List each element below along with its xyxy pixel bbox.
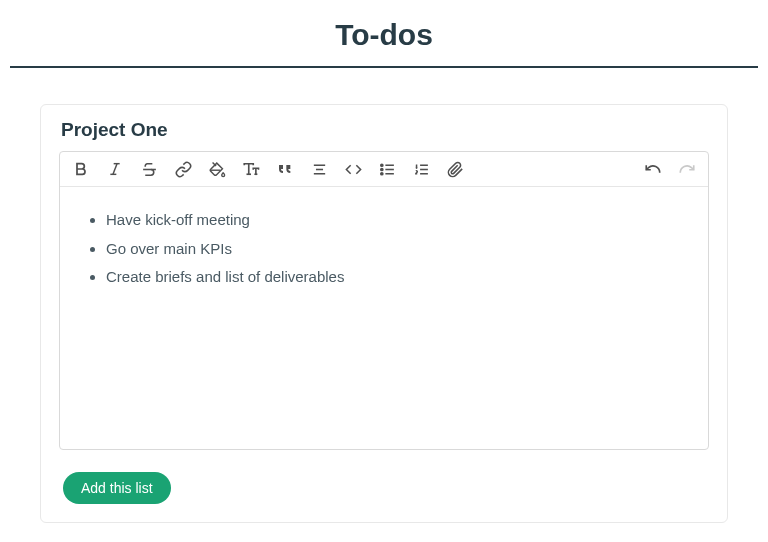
link-icon: [175, 161, 192, 178]
paint-bucket-icon: [209, 161, 226, 178]
highlight-color-button[interactable]: [206, 158, 228, 180]
bulleted-list-button[interactable]: [376, 158, 398, 180]
code-button[interactable]: [342, 158, 364, 180]
svg-point-12: [380, 172, 382, 174]
svg-line-2: [113, 164, 117, 175]
list-item[interactable]: Create briefs and list of deliverables: [106, 266, 690, 289]
strikethrough-button[interactable]: [138, 158, 160, 180]
numbered-list-icon: [413, 161, 430, 178]
link-button[interactable]: [172, 158, 194, 180]
attach-file-button[interactable]: [444, 158, 466, 180]
card-actions: Add this list: [59, 472, 709, 504]
numbered-list-button[interactable]: [410, 158, 432, 180]
bulleted-list-icon: [379, 161, 396, 178]
list-item[interactable]: Have kick-off meeting: [106, 209, 690, 232]
italic-icon: [107, 161, 123, 177]
todo-bullet-list: Have kick-off meeting Go over main KPIs …: [78, 209, 690, 289]
italic-button[interactable]: [104, 158, 126, 180]
text-size-icon: [242, 160, 260, 178]
text-size-button[interactable]: [240, 158, 262, 180]
title-divider: [10, 66, 758, 68]
undo-icon: [644, 160, 662, 178]
svg-point-11: [380, 168, 382, 170]
page-title: To-dos: [0, 18, 768, 52]
align-icon: [311, 161, 328, 178]
redo-button[interactable]: [676, 158, 698, 180]
code-icon: [345, 161, 362, 178]
todo-list-card: Project One: [40, 104, 728, 523]
paperclip-icon: [447, 161, 464, 178]
rich-text-editor: Have kick-off meeting Go over main KPIs …: [59, 151, 709, 450]
editor-toolbar: [60, 152, 708, 187]
strikethrough-icon: [141, 161, 158, 178]
quote-icon: [277, 161, 293, 177]
bold-icon: [73, 161, 89, 177]
add-this-list-button[interactable]: Add this list: [63, 472, 171, 504]
align-button[interactable]: [308, 158, 330, 180]
list-title-input[interactable]: Project One: [61, 119, 709, 141]
quote-button[interactable]: [274, 158, 296, 180]
editor-content-area[interactable]: Have kick-off meeting Go over main KPIs …: [60, 187, 708, 449]
svg-point-10: [380, 164, 382, 166]
redo-icon: [678, 160, 696, 178]
undo-button[interactable]: [642, 158, 664, 180]
list-item[interactable]: Go over main KPIs: [106, 238, 690, 261]
bold-button[interactable]: [70, 158, 92, 180]
